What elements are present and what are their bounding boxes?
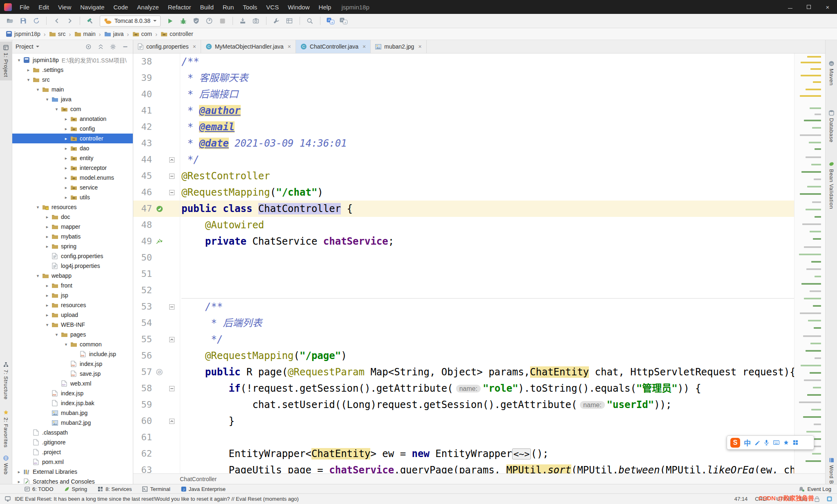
target-button[interactable]	[84, 42, 93, 51]
tree-chevron[interactable]: ▸	[63, 136, 69, 141]
breadcrumb-item-jspmin18p[interactable]: jspmin18p	[5, 31, 41, 37]
maximize-button[interactable]	[799, 0, 818, 14]
tree-item-doc[interactable]: ▸doc	[12, 212, 133, 222]
tree-chevron[interactable]: ▸	[44, 244, 51, 249]
menu-navigate[interactable]: Navigate	[76, 4, 109, 11]
tree-chevron[interactable]: ▾	[25, 77, 32, 83]
dump-button[interactable]	[250, 16, 262, 27]
spring-gutter-icon[interactable]	[152, 205, 167, 212]
tool-button-word-book[interactable]: Word Book	[826, 454, 837, 484]
tab-close-icon[interactable]: ×	[193, 43, 196, 50]
open-button[interactable]	[4, 16, 16, 27]
tab-close-icon[interactable]: ×	[363, 43, 366, 50]
tree-item-src[interactable]: ▾src	[12, 75, 133, 85]
tree-chevron[interactable]: ▸	[44, 293, 51, 298]
tool-window-button-terminal[interactable]: Terminal	[142, 486, 170, 492]
tree-item-java[interactable]: ▾java	[12, 94, 133, 104]
tree-item-resources[interactable]: ▾resources	[12, 202, 133, 212]
tree-chevron[interactable]: ▸	[44, 234, 51, 239]
tree-chevron[interactable]: ▸	[16, 479, 22, 484]
tree-item-save.jsp[interactable]: jspsave.jsp	[12, 369, 133, 379]
tool-button-maven[interactable]: mMaven	[826, 58, 837, 89]
tree-chevron[interactable]: ▸	[44, 283, 51, 288]
tool-button-7-structure[interactable]: 7: Structure	[0, 359, 12, 403]
code-line-44[interactable]: 44 */	[133, 152, 825, 168]
code-area[interactable]: 38/**39 * 客服聊天表40 * 后端接口41 * @author42 *…	[133, 54, 825, 473]
tree-chevron[interactable]: ▾	[53, 107, 60, 112]
tab-close-icon[interactable]: ×	[288, 43, 291, 50]
tree-item-index.jsp[interactable]: jspindex.jsp	[12, 388, 133, 398]
tree-chevron[interactable]: ▾	[34, 205, 41, 210]
hide-button[interactable]	[121, 42, 130, 51]
tree-item-.settings[interactable]: ▸.settings	[12, 65, 133, 75]
tree-item-Scratches-and-Consoles[interactable]: ▸Scratches and Consoles	[12, 477, 133, 484]
tool-window-button-java-enterprise[interactable]: JJava Enterprise	[181, 486, 226, 492]
code-line-56[interactable]: 56 @RequestMapping("/page")	[133, 348, 825, 364]
tree-chevron[interactable]: ▸	[63, 185, 69, 190]
coverage-button[interactable]	[190, 16, 202, 27]
menu-run[interactable]: Run	[218, 4, 239, 11]
tree-item-.classpath[interactable]: .classpath	[12, 428, 133, 437]
tool-button-database[interactable]: Database	[826, 107, 837, 146]
editor-breadcrumb-bottom[interactable]: ChatController	[133, 473, 825, 484]
collapse-button[interactable]	[96, 42, 105, 51]
theme-square-icon[interactable]	[827, 496, 832, 502]
save-button[interactable]	[17, 16, 29, 27]
tree-item-webapp[interactable]: ▾webapp	[12, 271, 133, 281]
code-line-55[interactable]: 55 */	[133, 331, 825, 348]
code-line-51[interactable]: 51	[133, 266, 825, 282]
tree-chevron[interactable]: ▸	[63, 126, 69, 132]
tree-chevron[interactable]: ▾	[34, 87, 41, 92]
play-button[interactable]	[164, 16, 176, 27]
tree-chevron[interactable]: ▸	[25, 67, 32, 73]
code-line-63[interactable]: 63 PageUtils page = chatService.queryPag…	[133, 462, 825, 473]
tree-item-resources[interactable]: ▸resources	[12, 300, 133, 310]
tree-item-index.jsp.bak[interactable]: index.jsp.bak	[12, 398, 133, 408]
menu-tools[interactable]: Tools	[238, 4, 262, 11]
sogou-logo-icon[interactable]: S	[730, 438, 740, 448]
fwd-button[interactable]	[64, 16, 76, 27]
menu-window[interactable]: Window	[283, 4, 314, 11]
tree-item-main[interactable]: ▾main	[12, 85, 133, 94]
tree-item-log4j.properties[interactable]: log4j.properties	[12, 261, 133, 271]
tool-window-button-6-todo[interactable]: 6: TODO	[25, 486, 54, 492]
code-line-48[interactable]: 48 @Autowired	[133, 217, 825, 233]
ime-mic-icon[interactable]	[764, 439, 769, 446]
lock-icon[interactable]	[815, 496, 819, 502]
ime-grid-icon[interactable]	[793, 440, 798, 445]
tree-item-utils[interactable]: ▸utils	[12, 192, 133, 202]
menu-view[interactable]: View	[54, 4, 76, 11]
code-line-62[interactable]: 62 EntityWrapper<ChatEntity> ew = new En…	[133, 446, 825, 462]
tree-item-mybatis[interactable]: ▸mybatis	[12, 232, 133, 241]
tree-item-jsp[interactable]: ▸jsp	[12, 290, 133, 300]
tree-item-com[interactable]: ▾com	[12, 104, 133, 114]
wrench-button[interactable]	[271, 16, 282, 27]
tree-item-config[interactable]: ▸config	[12, 124, 133, 134]
tree-item-External-Libraries[interactable]: ▸External Libraries	[12, 467, 133, 477]
code-line-52[interactable]: 52	[133, 282, 825, 299]
translate-gray-button[interactable]: Aa	[338, 16, 349, 27]
input-method-bar[interactable]: S 中	[727, 435, 814, 450]
tab-ChatController.java[interactable]: CChatController.java×	[296, 40, 371, 53]
tree-item-pages[interactable]: ▾pages	[12, 330, 133, 339]
code-line-38[interactable]: 38/**	[133, 54, 825, 70]
layout-button[interactable]	[284, 16, 295, 27]
project-panel-header[interactable]: Project	[12, 40, 133, 54]
tree-chevron[interactable]: ▸	[44, 312, 51, 318]
minimize-button[interactable]	[781, 0, 799, 14]
tab-close-icon[interactable]: ×	[418, 43, 421, 50]
tool-window-button-spring[interactable]: Spring	[64, 486, 87, 492]
tool-window-button-8-services[interactable]: 8: Services	[98, 486, 132, 492]
code-line-46[interactable]: 46@RequestMapping("/chat")	[133, 184, 825, 201]
code-line-59[interactable]: 59 chat.setUserid((Long)request.getSessi…	[133, 397, 825, 413]
tree-item-muban.jpg[interactable]: muban.jpg	[12, 408, 133, 418]
tree-item-model.enums[interactable]: ▸model.enums	[12, 173, 133, 183]
editor-breadcrumb-item[interactable]: ChatController	[180, 476, 217, 482]
translate-blue-button[interactable]: Aa	[325, 16, 336, 27]
fold-minus-icon[interactable]	[167, 190, 177, 195]
tree-chevron[interactable]: ▸	[63, 165, 69, 171]
ime-star-icon[interactable]	[783, 440, 789, 445]
tree-chevron[interactable]: ▾	[63, 342, 69, 347]
tool-button-2-favorites[interactable]: 2: Favorites	[0, 406, 12, 451]
tree-chevron[interactable]: ▾	[53, 332, 60, 337]
